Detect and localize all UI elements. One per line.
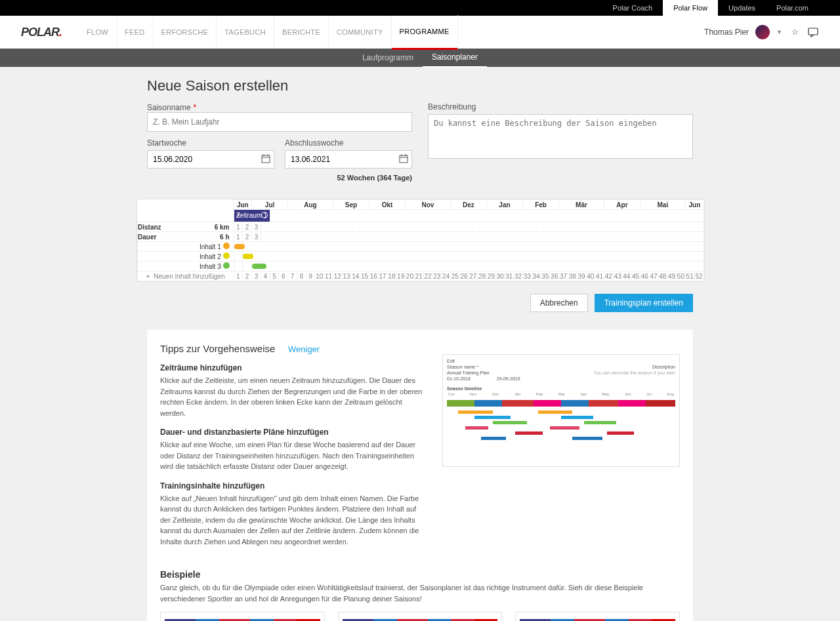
nav-community[interactable]: COMMUNITY <box>329 16 392 49</box>
week-cell[interactable]: 3 <box>252 222 261 232</box>
week-number-cell[interactable]: 37 <box>559 271 568 281</box>
start-week-value[interactable] <box>148 151 258 168</box>
week-number-cell[interactable]: 16 <box>369 271 378 281</box>
nav-tagebuch[interactable]: TAGEBUCH <box>217 16 274 49</box>
week-number-cell[interactable]: 27 <box>469 271 478 281</box>
week-number-cell[interactable]: 49 <box>667 271 677 281</box>
week-number-cell[interactable]: 48 <box>658 271 667 281</box>
period-block[interactable]: ✕Zeitraum 1 <box>234 210 270 222</box>
week-number-cell[interactable]: 41 <box>595 271 604 281</box>
end-week-value[interactable] <box>285 151 396 168</box>
example-thumb-1[interactable] <box>160 612 325 621</box>
week-number-cell[interactable]: 46 <box>640 271 649 281</box>
star-icon[interactable]: ☆ <box>789 26 801 38</box>
timeline-track[interactable] <box>270 210 704 222</box>
week-cell[interactable]: 1 <box>234 232 243 242</box>
start-week-input[interactable] <box>147 150 274 169</box>
week-cell[interactable]: 3 <box>252 232 261 242</box>
week-cell[interactable] <box>243 252 252 262</box>
topnav-updates[interactable]: Updates <box>718 0 766 16</box>
content-bar[interactable] <box>243 254 253 259</box>
week-number-cell[interactable]: 9 <box>306 271 315 281</box>
chat-icon[interactable] <box>807 26 819 38</box>
logo[interactable]: POLAR. <box>21 26 66 39</box>
content-color-dot[interactable] <box>223 243 230 249</box>
week-number-cell[interactable]: 19 <box>396 271 406 281</box>
week-cells-empty[interactable]: ········································… <box>261 222 704 232</box>
add-content-button[interactable]: + Neuen Inhalt hinzufügen <box>138 271 234 281</box>
week-number-cell[interactable]: 11 <box>324 271 333 281</box>
week-cell[interactable]: 2 <box>243 222 252 232</box>
content-color-dot[interactable] <box>223 252 230 259</box>
week-number-cell[interactable]: 15 <box>360 271 369 281</box>
week-number-cell[interactable]: 40 <box>586 271 595 281</box>
week-number-cell[interactable]: 44 <box>622 271 631 281</box>
week-number-cell[interactable]: 8 <box>297 271 306 281</box>
week-number-cell[interactable]: 22 <box>423 271 432 281</box>
week-number-cell[interactable]: 30 <box>495 271 505 281</box>
create-plan-button[interactable]: Trainingsplan erstellen <box>595 294 693 312</box>
week-number-cell[interactable]: 42 <box>604 271 613 281</box>
description-input[interactable] <box>428 114 693 159</box>
week-number-cell[interactable]: 17 <box>378 271 387 281</box>
week-number-cell[interactable]: 35 <box>541 271 550 281</box>
close-icon[interactable]: ✕ <box>236 210 241 222</box>
week-cell[interactable]: 2 <box>243 232 252 242</box>
season-name-input[interactable] <box>147 112 412 132</box>
week-cells-empty[interactable] <box>261 232 704 242</box>
week-cell[interactable] <box>252 262 261 271</box>
nav-erforsche[interactable]: ERFORSCHE <box>154 16 217 49</box>
week-number-cell[interactable]: 21 <box>414 271 423 281</box>
week-number-cell[interactable]: 43 <box>613 271 622 281</box>
week-number-cell[interactable]: 2 <box>243 271 252 281</box>
content-color-dot[interactable] <box>223 262 230 269</box>
content-bar[interactable] <box>252 264 266 269</box>
topnav-polar-flow[interactable]: Polar Flow <box>663 0 718 16</box>
row-inhalt-1[interactable]: Inhalt 1 <box>138 242 704 252</box>
avatar[interactable] <box>755 25 770 39</box>
end-week-input[interactable] <box>285 150 412 169</box>
calendar-icon[interactable] <box>396 154 411 165</box>
subnav-laufprogramm[interactable]: Laufprogramm <box>353 49 423 67</box>
week-number-cell[interactable]: 28 <box>478 271 487 281</box>
week-cell[interactable]: 1 <box>234 222 243 232</box>
example-thumb-2[interactable] <box>338 612 503 621</box>
example-thumb-3[interactable] <box>515 612 680 621</box>
week-number-cell[interactable]: 31 <box>505 271 514 281</box>
week-number-cell[interactable]: 34 <box>532 271 541 281</box>
week-number-cell[interactable]: 6 <box>279 271 288 281</box>
week-number-cell[interactable]: 45 <box>631 271 640 281</box>
nav-berichte[interactable]: BERICHTE <box>274 16 329 49</box>
week-number-cell[interactable]: 4 <box>261 271 270 281</box>
week-number-cell[interactable]: 14 <box>351 271 360 281</box>
week-number-cell[interactable]: 39 <box>577 271 586 281</box>
week-cell[interactable] <box>234 242 243 252</box>
week-number-cell[interactable]: 32 <box>514 271 523 281</box>
week-number-cell[interactable]: 50 <box>677 271 686 281</box>
content-bar[interactable] <box>234 244 245 249</box>
week-number-cell[interactable]: 20 <box>406 271 415 281</box>
subnav-saisonplaner[interactable]: Saisonplaner <box>423 48 487 68</box>
week-number-cell[interactable]: 33 <box>523 271 532 281</box>
row-inhalt-2[interactable]: Inhalt 2 <box>138 252 704 262</box>
caret-down-icon[interactable]: ▼ <box>776 29 782 35</box>
nav-feed[interactable]: FEED <box>117 16 154 49</box>
week-number-cell[interactable]: 7 <box>288 271 297 281</box>
cancel-button[interactable]: Abbrechen <box>530 294 588 312</box>
week-number-cell[interactable]: 10 <box>315 271 324 281</box>
week-number-cell[interactable]: 26 <box>459 271 469 281</box>
week-number-cell[interactable]: 29 <box>486 271 495 281</box>
topnav-polar-coach[interactable]: Polar Coach <box>602 0 663 16</box>
nav-programme[interactable]: PROGRAMME <box>392 15 458 50</box>
week-number-cell[interactable]: 25 <box>450 271 459 281</box>
week-number-cell[interactable]: 13 <box>342 271 351 281</box>
week-number-cell[interactable]: 38 <box>568 271 577 281</box>
week-number-cell[interactable]: 52 <box>694 271 704 281</box>
week-number-cell[interactable]: 5 <box>270 271 279 281</box>
week-number-cell[interactable]: 47 <box>649 271 658 281</box>
week-number-cell[interactable]: 12 <box>333 271 342 281</box>
color-icon[interactable] <box>261 212 268 218</box>
topnav-polar-com[interactable]: Polar.com <box>766 0 819 16</box>
week-number-cell[interactable]: 51 <box>685 271 694 281</box>
nav-flow[interactable]: FLOW <box>79 16 117 49</box>
